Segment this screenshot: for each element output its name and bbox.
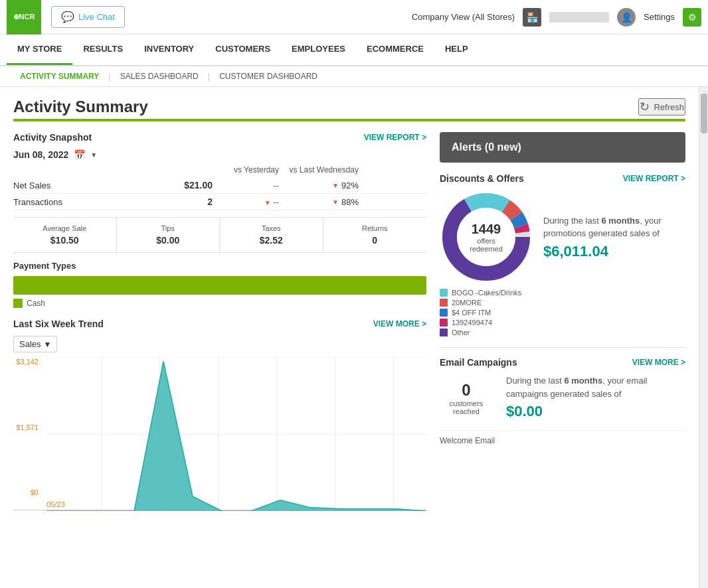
- email-desc-prefix: During the last: [506, 376, 564, 386]
- cash-legend-color: [13, 299, 23, 308]
- legend-bogo-label: BOGO -Cakes/Drinks: [452, 289, 521, 297]
- email-desc-bold: 6 months: [564, 376, 602, 386]
- page-title: Activity Summary: [13, 98, 148, 116]
- y-label-high: $3,142: [13, 358, 39, 366]
- stat-returns: Returns 0: [323, 218, 427, 252]
- subnav-sales-dashboard[interactable]: SALES DASHBOARD: [111, 66, 208, 86]
- email-description: During the last 6 months, your email cam…: [506, 374, 685, 422]
- net-sales-down-icon: ▼: [332, 182, 339, 189]
- email-stats-row: 0 customers reached During the last 6 mo…: [440, 374, 685, 422]
- nav-item-help[interactable]: HELP: [434, 35, 479, 65]
- nav-item-inventory[interactable]: INVENTORY: [133, 35, 205, 65]
- settings-label[interactable]: Settings: [644, 12, 675, 22]
- date-dropdown-arrow[interactable]: ▼: [90, 151, 97, 159]
- legend-20more-label: 20MORE: [452, 299, 482, 307]
- subnav-customer-dashboard[interactable]: CUSTOMER DASHBOARD: [210, 66, 327, 86]
- legend-item-other: Other: [440, 329, 685, 336]
- main-content: Activity Summary ↻ Refresh Activity Snap…: [0, 87, 699, 588]
- nav-item-ecommerce[interactable]: ECOMMERCE: [356, 35, 434, 65]
- sub-nav: ACTIVITY SUMMARY | SALES DASHBOARD | CUS…: [0, 66, 708, 87]
- legend-1392-label: 1392499474: [452, 319, 492, 327]
- company-view-label: Company View (All Stores): [412, 12, 515, 22]
- discounts-title: Discounts & Offers: [440, 173, 524, 184]
- legend-bogo-color: [440, 289, 448, 297]
- refresh-label: Refresh: [654, 102, 684, 112]
- chart-x-label: 05/23: [46, 500, 65, 508]
- snapshot-title: Activity Snapshot: [13, 132, 92, 143]
- y-label-mid: $1,571: [13, 423, 39, 431]
- nav-item-employees[interactable]: EMPLOYEES: [281, 35, 356, 65]
- trend-section: Last Six Week Trend VIEW MORE > Sales ▼ …: [13, 319, 426, 510]
- discounts-header: Discounts & Offers VIEW REPORT >: [440, 173, 685, 184]
- discounts-section: Discounts & Offers VIEW REPORT >: [440, 173, 685, 336]
- chat-icon: 💬: [61, 11, 74, 23]
- live-chat-label: Live Chat: [78, 12, 115, 22]
- page-wrapper: Activity Summary ↻ Refresh Activity Snap…: [0, 87, 708, 588]
- subnav-activity-summary[interactable]: ACTIVITY SUMMARY: [11, 66, 108, 86]
- transactions-value: 2: [133, 196, 213, 207]
- donut-number: 1449: [463, 222, 509, 237]
- nav-item-my-store[interactable]: MY STORE: [7, 35, 72, 65]
- discounts-desc-bold: 6 months: [601, 216, 640, 226]
- header-right: Company View (All Stores) 🏪 👤 Settings ⚙: [412, 8, 701, 27]
- legend-item-20more: 20MORE: [440, 299, 685, 307]
- payment-types-title: Payment Types: [13, 261, 426, 271]
- metrics-header-vs-yesterday: vs Yesterday: [213, 165, 279, 175]
- scroll-thumb[interactable]: [701, 94, 707, 133]
- chart-y-labels: $3,142 $1,571 $0: [13, 358, 41, 496]
- stat-taxes-value: $2.52: [225, 235, 317, 246]
- stat-taxes-label: Taxes: [225, 224, 317, 232]
- scrollbar[interactable]: [699, 87, 708, 588]
- store-icon[interactable]: 🏪: [523, 8, 541, 27]
- transactions-row: Transactions 2 ▼ -- ▼ 88%: [13, 194, 426, 210]
- stat-average-sale: Average Sale $10.50: [13, 218, 117, 252]
- legend-item-bogo: BOGO -Cakes/Drinks: [440, 289, 685, 297]
- user-avatar[interactable]: 👤: [617, 8, 636, 27]
- metrics-header-label: [13, 165, 133, 175]
- email-amount: $0.00: [506, 400, 685, 422]
- calendar-icon[interactable]: 📅: [74, 149, 85, 160]
- email-view-more-link[interactable]: VIEW MORE >: [632, 358, 685, 367]
- legend-4off-color: [440, 309, 448, 317]
- discounts-view-report-link[interactable]: VIEW REPORT >: [623, 174, 685, 183]
- transactions-down-icon-2: ▼: [332, 198, 339, 206]
- net-sales-vs-last: ▼ 92%: [279, 181, 359, 190]
- refresh-button[interactable]: ↻ Refresh: [638, 98, 685, 115]
- legend-1392-color: [440, 319, 448, 327]
- activity-snapshot-section: Activity Snapshot VIEW REPORT > Jun 08, …: [13, 132, 426, 308]
- trend-dropdown-icon: ▼: [44, 340, 52, 349]
- stat-tips-value: $0.00: [122, 235, 215, 246]
- left-column: Activity Snapshot VIEW REPORT > Jun 08, …: [13, 132, 426, 510]
- net-sales-value: $21.00: [133, 180, 213, 190]
- discounts-desc-prefix: During the last: [543, 216, 601, 226]
- settings-icon[interactable]: ⚙: [683, 8, 701, 27]
- donut-label: offers redeemed: [463, 237, 509, 253]
- welcome-email-label: Welcome Email: [440, 436, 495, 445]
- discounts-text: During the last 6 months, your promotion…: [543, 214, 685, 260]
- ncr-logo: ⊕NCR: [7, 0, 41, 35]
- payment-types-section: Payment Types Cash: [13, 261, 426, 308]
- payment-legend: Cash: [13, 299, 426, 308]
- transactions-vs-last: ▼ 88%: [279, 197, 359, 207]
- trend-dropdown[interactable]: Sales ▼: [13, 336, 57, 352]
- main-nav: MY STORE RESULTS INVENTORY CUSTOMERS EMP…: [0, 35, 708, 66]
- green-bar: [13, 119, 685, 121]
- stat-taxes: Taxes $2.52: [220, 218, 323, 252]
- legend-20more-color: [440, 299, 448, 307]
- email-count-label: customers reached: [440, 400, 493, 415]
- refresh-icon: ↻: [640, 100, 650, 114]
- donut-center: 1449 offers redeemed: [463, 222, 509, 253]
- trend-dropdown-value: Sales: [19, 339, 41, 349]
- snapshot-view-report-link[interactable]: VIEW REPORT >: [364, 133, 426, 142]
- stat-tips: Tips $0.00: [117, 218, 221, 252]
- nav-item-customers[interactable]: CUSTOMERS: [205, 35, 281, 65]
- nav-item-results[interactable]: RESULTS: [72, 35, 133, 65]
- right-column: Alerts (0 new) Discounts & Offers VIEW R…: [440, 132, 685, 510]
- transactions-vs-yesterday: ▼ --: [213, 197, 279, 207]
- email-count-box: 0 customers reached: [440, 381, 493, 415]
- trend-view-more-link[interactable]: VIEW MORE >: [373, 319, 426, 329]
- scroll-track[interactable]: [699, 87, 708, 588]
- net-sales-label: Net Sales: [13, 181, 133, 190]
- live-chat-button[interactable]: 💬 Live Chat: [51, 6, 125, 28]
- stat-tips-label: Tips: [122, 224, 215, 232]
